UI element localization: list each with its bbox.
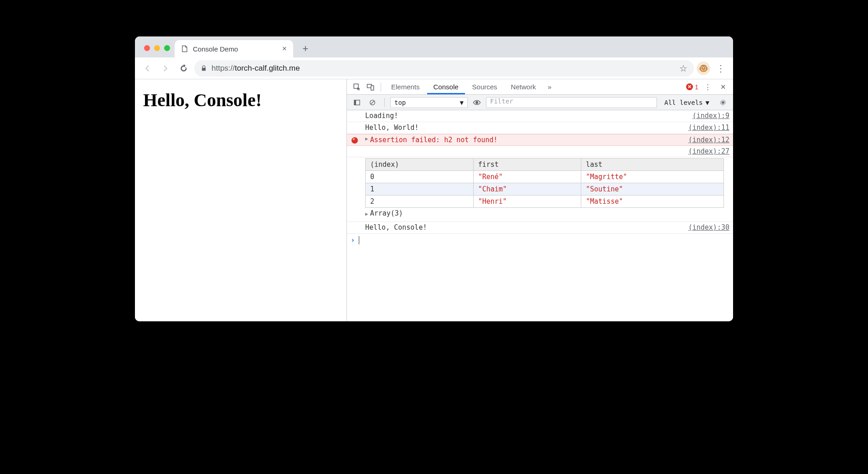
profile-avatar[interactable]: 🐵 bbox=[697, 62, 710, 75]
console-table: (index) first last 0 "René" "Magritte" bbox=[365, 158, 724, 208]
chevron-down-icon: ▼ bbox=[706, 99, 709, 106]
console-output: Loading! (index):9 Hello, World! (index)… bbox=[347, 110, 733, 321]
browser-window: Console Demo × + https://torch-calf.glit… bbox=[135, 36, 733, 321]
expand-icon[interactable]: ▶ bbox=[365, 136, 368, 142]
browser-toolbar: https://torch-calf.glitch.me ☆ 🐵 ⋮ bbox=[135, 57, 733, 79]
svg-rect-2 bbox=[371, 86, 374, 90]
tab-strip: Console Demo × + bbox=[135, 36, 733, 57]
page-icon bbox=[181, 45, 188, 52]
live-expression-icon[interactable] bbox=[470, 96, 483, 109]
svg-point-7 bbox=[475, 101, 478, 104]
browser-menu-button[interactable]: ⋮ bbox=[713, 63, 728, 74]
source-link[interactable]: (index):12 bbox=[683, 136, 729, 144]
url-text: https://torch-calf.glitch.me bbox=[212, 64, 300, 73]
content-area: Hello, Console! Elements Console Sources… bbox=[135, 79, 733, 321]
console-message: Loading! (index):9 bbox=[347, 110, 733, 122]
source-link[interactable]: (index):27 bbox=[688, 147, 729, 155]
table-header[interactable]: (index) bbox=[366, 159, 474, 171]
devtools-close-icon[interactable]: ✕ bbox=[717, 81, 729, 93]
devtools-tab-console[interactable]: Console bbox=[427, 79, 465, 94]
address-bar[interactable]: https://torch-calf.glitch.me ☆ bbox=[194, 60, 694, 77]
inspect-element-icon[interactable] bbox=[351, 81, 363, 93]
minimize-window-button[interactable] bbox=[154, 45, 160, 51]
device-toolbar-icon[interactable] bbox=[364, 81, 377, 93]
error-count-badge[interactable]: ✕1 bbox=[686, 83, 698, 91]
forward-button[interactable] bbox=[158, 61, 173, 76]
log-level-selector[interactable]: All levels▼ bbox=[660, 99, 714, 106]
table-row: 1 "Chaim" "Soutine" bbox=[366, 183, 724, 196]
chevron-down-icon: ▼ bbox=[460, 99, 464, 106]
console-message: (index):27 bbox=[347, 146, 733, 157]
devtools-tab-bar: Elements Console Sources Network » ✕1 ⋮ … bbox=[347, 79, 733, 95]
devtools-tab-elements[interactable]: Elements bbox=[385, 79, 426, 94]
window-controls bbox=[140, 45, 175, 57]
svg-line-6 bbox=[371, 101, 374, 104]
console-settings-icon[interactable] bbox=[717, 96, 729, 109]
console-table-block: (index) first last 0 "René" "Magritte" bbox=[347, 157, 733, 222]
table-header[interactable]: first bbox=[473, 159, 581, 171]
console-prompt[interactable]: › bbox=[347, 234, 733, 246]
source-link[interactable]: (index):30 bbox=[683, 223, 729, 232]
svg-rect-4 bbox=[354, 100, 356, 105]
console-message: Hello, Console! (index):30 bbox=[347, 222, 733, 234]
expand-icon[interactable]: ▶ bbox=[365, 211, 368, 217]
devtools-menu-icon[interactable]: ⋮ bbox=[701, 81, 714, 93]
console-message: Hello, World! (index):11 bbox=[347, 122, 733, 134]
close-window-button[interactable] bbox=[144, 45, 150, 51]
tab-title: Console Demo bbox=[193, 45, 238, 53]
table-row: 2 "Henri" "Matisse" bbox=[366, 196, 724, 208]
context-selector[interactable]: top▼ bbox=[390, 97, 468, 108]
maximize-window-button[interactable] bbox=[164, 45, 170, 51]
bookmark-star-icon[interactable]: ☆ bbox=[679, 63, 687, 74]
table-row: 0 "René" "Magritte" bbox=[366, 171, 724, 183]
prompt-chevron-icon: › bbox=[351, 236, 355, 244]
close-tab-button[interactable]: × bbox=[282, 44, 287, 53]
browser-tab[interactable]: Console Demo × bbox=[175, 40, 293, 57]
console-sidebar-toggle-icon[interactable] bbox=[351, 96, 363, 109]
console-error-message: ▶ Assertion failed: h2 not found! (index… bbox=[347, 134, 733, 146]
devtools-tab-sources[interactable]: Sources bbox=[466, 79, 504, 94]
devtools-tab-network[interactable]: Network bbox=[505, 79, 542, 94]
table-header[interactable]: last bbox=[581, 159, 724, 171]
page-heading: Hello, Console! bbox=[143, 89, 338, 111]
reload-button[interactable] bbox=[176, 61, 191, 76]
filter-input[interactable]: Filter bbox=[486, 97, 657, 108]
text-cursor bbox=[359, 236, 359, 244]
page-viewport: Hello, Console! bbox=[135, 79, 347, 321]
array-summary[interactable]: ▶Array(3) bbox=[365, 208, 724, 219]
clear-console-icon[interactable] bbox=[366, 96, 379, 109]
new-tab-button[interactable]: + bbox=[298, 41, 313, 57]
source-link[interactable]: (index):9 bbox=[687, 112, 729, 120]
console-toolbar: top▼ Filter All levels▼ bbox=[347, 95, 733, 110]
more-tabs-icon[interactable]: » bbox=[543, 81, 556, 93]
devtools-panel: Elements Console Sources Network » ✕1 ⋮ … bbox=[347, 79, 733, 321]
back-button[interactable] bbox=[140, 61, 155, 76]
source-link[interactable]: (index):11 bbox=[683, 124, 729, 132]
lock-icon bbox=[201, 65, 207, 72]
